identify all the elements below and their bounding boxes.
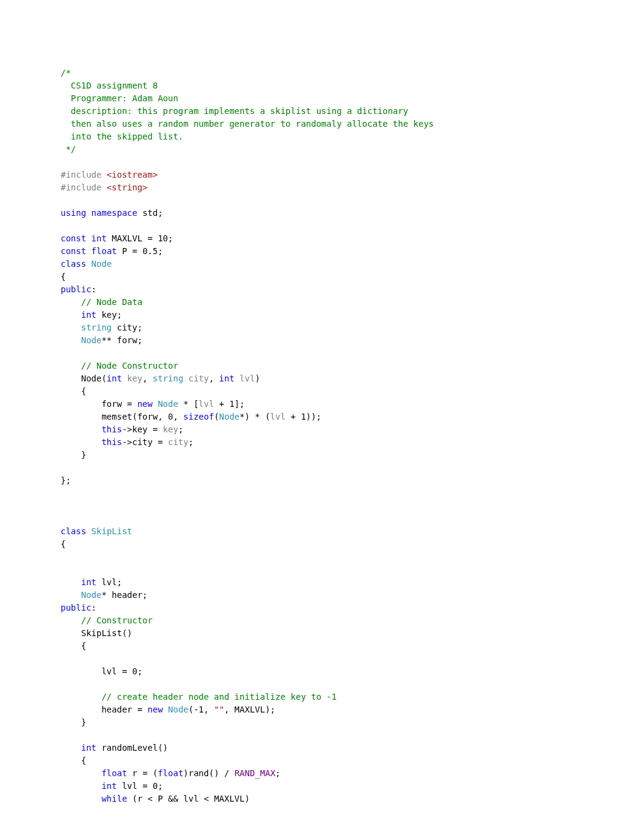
code-line: using namespace std; — [61, 207, 583, 220]
code-token — [235, 374, 240, 383]
code-token: Node — [92, 259, 112, 269]
code-line: } — [61, 449, 583, 461]
code-token: city; — [112, 323, 143, 332]
code-line: public: — [61, 602, 583, 614]
code-token: int — [101, 781, 116, 791]
code-token: SkipList() — [61, 628, 132, 638]
code-token — [61, 437, 101, 447]
code-token: int — [81, 310, 96, 320]
code-line: memset(forw, 0, sizeof(Node*) * (lvl + 1… — [61, 411, 583, 423]
code-token: { — [61, 641, 86, 651]
code-token — [61, 310, 81, 320]
code-token: { — [61, 272, 65, 281]
code-line: forw = new Node * [lvl + 1]; — [61, 398, 583, 411]
code-line: int randomLevel() — [61, 742, 583, 754]
code-line: */ — [61, 143, 583, 156]
code-token: Programmer: Adam Aoun — [61, 93, 178, 103]
code-token: Node — [158, 399, 178, 409]
code-line: // Node Data — [61, 296, 583, 309]
code-line: }; — [61, 474, 583, 487]
code-token: while — [101, 794, 127, 803]
code-token: lvl — [199, 399, 214, 409]
code-page: /* CS1D assignment 8 Programmer: Adam Ao… — [0, 0, 644, 835]
code-token — [61, 768, 101, 778]
code-line — [61, 347, 583, 360]
code-line: while (r < P && lvl < MAXLVL) — [61, 793, 583, 805]
code-token: // create header node and initialize key… — [101, 692, 337, 702]
code-token: randomLevel() — [96, 743, 168, 753]
code-token: float — [158, 768, 183, 778]
code-token: int — [219, 374, 234, 383]
code-line: } — [61, 716, 583, 729]
code-token: city — [189, 374, 209, 383]
code-token: lvl; — [96, 577, 122, 587]
code-token: Node — [81, 590, 102, 600]
code-token — [86, 208, 91, 218]
code-line — [61, 461, 583, 474]
code-line: // Node Constructor — [61, 360, 583, 372]
code-token: const — [61, 246, 86, 256]
code-token: Node — [219, 412, 240, 421]
code-token: , MAXLVL); — [224, 705, 275, 714]
code-token: public — [61, 603, 92, 612]
code-token: int — [81, 577, 96, 587]
code-token: lvl = 0; — [117, 781, 163, 791]
code-token — [61, 692, 101, 702]
code-line: int key; — [61, 309, 583, 321]
code-line: int lvl; — [61, 576, 583, 589]
code-token: using — [61, 208, 86, 218]
code-token: string — [153, 374, 184, 383]
code-token: class — [61, 526, 86, 536]
code-token: <iostream> — [107, 170, 158, 179]
code-token — [61, 781, 101, 791]
code-token: key — [127, 374, 143, 383]
code-line — [61, 678, 583, 691]
code-token: const — [61, 233, 86, 243]
code-line: string city; — [61, 321, 583, 334]
code-line: { — [61, 640, 583, 652]
code-line — [61, 512, 583, 525]
code-line: public: — [61, 283, 583, 296]
code-line — [61, 487, 583, 500]
code-line: lvl = 0; — [61, 665, 583, 678]
code-line: SkipList() — [61, 627, 583, 640]
code-token: this — [101, 424, 122, 434]
code-token: sizeof — [183, 412, 214, 421]
code-token: */ — [61, 144, 76, 154]
code-token: : — [92, 284, 96, 294]
code-token — [163, 705, 168, 714]
code-line: Node(int key, string city, int lvl) — [61, 372, 583, 385]
code-line: class SkipList — [61, 525, 583, 538]
code-token — [61, 424, 101, 434]
code-token: } — [61, 450, 86, 460]
code-token: RAND_MAX — [235, 768, 275, 778]
code-token: { — [61, 539, 65, 549]
code-token: <string> — [107, 183, 147, 192]
code-token: { — [61, 756, 86, 765]
code-token: float — [92, 246, 117, 256]
code-line: // Constructor — [61, 614, 583, 627]
code-token: { — [61, 386, 86, 396]
code-token — [86, 233, 91, 243]
code-token — [86, 526, 91, 536]
code-token: MAXLVL = 10; — [107, 233, 173, 243]
code-line: const int MAXLVL = 10; — [61, 232, 583, 245]
code-token: Node — [168, 705, 189, 714]
code-token: #include — [61, 170, 107, 179]
code-token: Node — [81, 335, 102, 345]
code-token: key; — [96, 310, 122, 320]
code-token: * header; — [101, 590, 147, 600]
code-token: into the skipped list. — [61, 132, 183, 141]
code-token — [61, 323, 81, 332]
code-token: this — [101, 437, 122, 447]
code-token — [122, 374, 127, 383]
code-line — [61, 563, 583, 576]
code-token: ->city = — [122, 437, 168, 447]
code-line: int lvl = 0; — [61, 780, 583, 793]
code-token: * [ — [178, 399, 199, 409]
code-token: , — [143, 374, 153, 383]
code-token: + 1]; — [214, 399, 245, 409]
code-token: : — [92, 603, 96, 612]
code-token: (r < P && lvl < MAXLVL) — [127, 794, 250, 803]
code-token: #include — [61, 183, 107, 192]
